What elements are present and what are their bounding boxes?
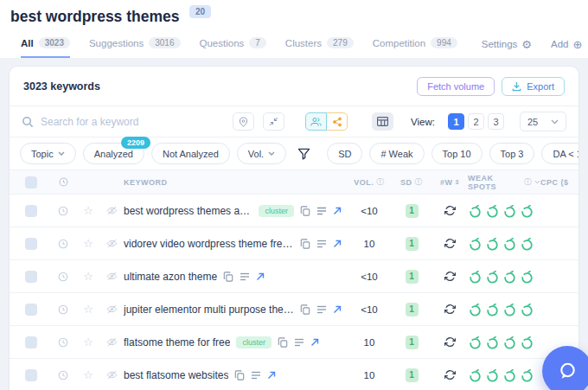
refresh-icon[interactable] — [431, 369, 468, 380]
external-link-icon[interactable] — [267, 371, 276, 380]
external-link-icon[interactable] — [310, 338, 319, 347]
weak-spot-apple-icon[interactable] — [485, 203, 500, 218]
weak-spot-apple-icon[interactable] — [468, 269, 483, 284]
keyword-text[interactable]: ultimate azon theme — [124, 271, 217, 283]
copy-icon[interactable] — [300, 239, 310, 249]
eye-off-icon[interactable] — [99, 369, 124, 380]
collapse-icon[interactable] — [263, 112, 284, 131]
fetch-volume-button[interactable]: Fetch volume — [417, 77, 495, 96]
tab-clusters[interactable]: Clusters 279 — [285, 37, 354, 59]
col-volume[interactable]: VOL.ⓘ — [347, 176, 392, 188]
col-weak-count[interactable]: #W3 — [431, 178, 468, 187]
clock-icon[interactable] — [49, 337, 77, 348]
weak-spot-apple-icon[interactable] — [502, 335, 517, 349]
external-link-icon[interactable] — [333, 305, 342, 314]
table-view-icon[interactable] — [372, 112, 393, 131]
share-icon[interactable] — [326, 112, 348, 131]
tab-competition[interactable]: Competition 994 — [373, 37, 457, 59]
select-all-checkbox[interactable] — [25, 176, 37, 189]
star-icon[interactable]: ☆ — [77, 304, 99, 315]
keyword-text[interactable]: jupiter elementor multi purpose theme fr… — [124, 304, 294, 316]
funnel-icon[interactable] — [297, 148, 310, 160]
star-icon[interactable]: ☆ — [77, 271, 99, 282]
filter-chip[interactable]: Vol. — [237, 143, 286, 164]
filter-chip[interactable]: SD — [327, 143, 362, 164]
chat-launcher-button[interactable] — [542, 346, 588, 390]
weak-spot-apple-icon[interactable] — [520, 236, 534, 251]
filter-chip[interactable]: Analyzed 2209 — [83, 143, 144, 164]
weak-spot-apple-icon[interactable] — [468, 236, 483, 251]
weak-spot-apple-icon[interactable] — [468, 302, 483, 316]
clock-icon[interactable] — [49, 370, 77, 380]
view-option-button[interactable]: 2 — [468, 113, 484, 130]
eye-off-icon[interactable] — [99, 238, 124, 249]
row-checkbox[interactable] — [25, 369, 37, 381]
search-input[interactable] — [41, 116, 226, 128]
weak-spot-apple-icon[interactable] — [468, 203, 483, 218]
external-link-icon[interactable] — [256, 272, 265, 281]
copy-icon[interactable] — [278, 337, 288, 348]
refresh-icon[interactable] — [431, 304, 468, 315]
keyword-text[interactable]: vidorev video wordpress theme free downl… — [124, 238, 294, 250]
list-icon[interactable] — [316, 305, 327, 314]
list-icon[interactable] — [294, 338, 304, 347]
refresh-icon[interactable] — [431, 238, 468, 249]
filter-chip[interactable]: Top 10 — [431, 143, 483, 164]
star-icon[interactable]: ☆ — [77, 336, 99, 348]
clock-icon[interactable] — [49, 272, 77, 282]
eye-off-icon[interactable] — [99, 336, 124, 348]
weak-spot-apple-icon[interactable] — [502, 203, 517, 218]
list-icon[interactable] — [316, 240, 327, 248]
cluster-badge[interactable]: cluster — [236, 336, 272, 348]
col-sd[interactable]: SDⓘ — [392, 176, 431, 188]
export-button[interactable]: Export — [502, 77, 565, 96]
weak-spot-apple-icon[interactable] — [520, 203, 534, 218]
filter-chip[interactable]: Not Analyzed — [151, 143, 230, 164]
weak-spot-apple-icon[interactable] — [502, 269, 517, 284]
keyword-text[interactable]: flatsome theme for free — [124, 336, 230, 348]
copy-icon[interactable] — [234, 370, 245, 380]
keyword-text[interactable]: best wordpress themes anfrage lay theme — [124, 205, 252, 217]
list-icon[interactable] — [240, 272, 250, 281]
tab-suggestions[interactable]: Suggestions 3016 — [89, 37, 181, 59]
star-icon[interactable]: ☆ — [77, 205, 99, 216]
weak-spot-apple-icon[interactable] — [485, 302, 500, 316]
users-icon[interactable] — [305, 112, 327, 131]
weak-spot-apple-icon[interactable] — [520, 368, 534, 382]
weak-spot-apple-icon[interactable] — [485, 269, 500, 284]
view-option-button[interactable]: 1 — [448, 113, 464, 130]
col-weak-spots[interactable]: WEAK SPOTSⓘ — [468, 174, 540, 191]
list-icon[interactable] — [251, 371, 261, 380]
copy-icon[interactable] — [223, 272, 233, 282]
weak-spot-apple-icon[interactable] — [468, 368, 483, 382]
row-checkbox[interactable] — [25, 205, 37, 217]
refresh-icon[interactable] — [431, 336, 468, 348]
weak-spot-apple-icon[interactable] — [520, 269, 534, 284]
weak-spot-apple-icon[interactable] — [502, 236, 517, 251]
star-icon[interactable]: ☆ — [77, 238, 99, 249]
weak-spot-apple-icon[interactable] — [520, 335, 534, 349]
external-link-icon[interactable] — [333, 207, 342, 215]
star-icon[interactable]: ☆ — [77, 369, 99, 380]
refresh-icon[interactable] — [431, 271, 468, 282]
eye-off-icon[interactable] — [99, 304, 124, 315]
filter-chip[interactable]: Topic — [20, 143, 76, 164]
row-checkbox[interactable] — [25, 238, 37, 250]
add-tab[interactable]: Add ⊕ — [551, 39, 582, 58]
weak-spot-apple-icon[interactable] — [485, 236, 500, 251]
weak-spot-apple-icon[interactable] — [485, 368, 500, 382]
filter-chip[interactable]: # Weak — [369, 143, 424, 164]
filter-chip[interactable]: Top 3 — [489, 143, 535, 164]
tab-questions[interactable]: Questions 7 — [200, 37, 266, 59]
row-checkbox[interactable] — [25, 336, 37, 348]
keyword-text[interactable]: best flatsome websites — [124, 369, 228, 381]
weak-spot-apple-icon[interactable] — [502, 368, 517, 382]
row-checkbox[interactable] — [25, 271, 37, 283]
settings-tab[interactable]: Settings ⚙ — [482, 39, 532, 58]
page-size-select[interactable]: 25 — [520, 112, 566, 131]
weak-spot-apple-icon[interactable] — [468, 335, 483, 349]
weak-spot-apple-icon[interactable] — [520, 302, 534, 316]
list-icon[interactable] — [316, 207, 327, 215]
eye-off-icon[interactable] — [99, 205, 124, 216]
cluster-badge[interactable]: cluster — [259, 205, 294, 217]
